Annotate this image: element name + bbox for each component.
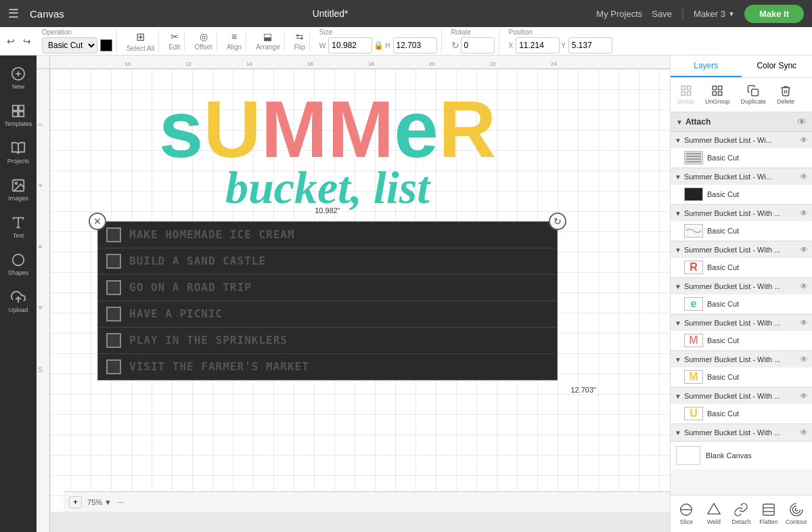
layer-group-arrow-6: ▼ [675, 356, 681, 363]
layer-group-header-7[interactable]: ▼ Summer Bucket List - With ... 👁 [671, 388, 812, 404]
layer-thumb-3: R [684, 261, 703, 274]
attach-section: ▼ Attach 👁 [671, 112, 812, 132]
checkbox-4[interactable] [106, 333, 121, 348]
delete-button[interactable]: Delete [773, 82, 798, 108]
canvas-content[interactable]: s U MM e R bucket, list ✕ [50, 69, 670, 512]
checkbox-0[interactable] [106, 227, 121, 242]
layer-group-header-8[interactable]: ▼ Summer Bucket List - With ... 👁 [671, 424, 812, 441]
svg-rect-4 [19, 106, 24, 110]
layer-group-title-0: Summer Bucket List - Wi... [684, 136, 797, 144]
redo-button[interactable]: ↪ [22, 35, 32, 48]
layer-group-5: ▼ Summer Bucket List - With ... 👁 M Basi… [671, 315, 812, 351]
svg-rect-20 [719, 92, 722, 95]
layer-group-title-2: Summer Bucket List - With ... [684, 209, 797, 217]
layer-group-eye-5[interactable]: 👁 [800, 318, 808, 328]
sidebar-item-new[interactable]: New [0, 61, 37, 95]
undo-button[interactable]: ↩ [5, 35, 16, 48]
zoom-minus-button[interactable]: + [69, 496, 82, 508]
height-input[interactable] [393, 37, 437, 53]
layer-name-5: Basic Cut [707, 336, 807, 345]
layer-group-arrow-7: ▼ [675, 393, 681, 400]
width-dimension-label: 10.982" [313, 206, 342, 215]
layer-group-7: ▼ Summer Bucket List - With ... 👁 U Basi… [671, 388, 812, 424]
sidebar-item-shapes[interactable]: Shapes [0, 247, 37, 282]
layer-group-eye-1[interactable]: 👁 [800, 172, 808, 181]
flatten-button[interactable]: Flatten [756, 498, 782, 529]
layer-group-eye-6[interactable]: 👁 [800, 355, 808, 364]
layer-group-eye-2[interactable]: 👁 [800, 208, 808, 218]
layer-group-eye-3[interactable]: 👁 [800, 245, 808, 254]
save-button[interactable]: Save [652, 9, 672, 19]
width-input[interactable] [328, 37, 372, 53]
canvas-area[interactable]: 10 12 14 16 18 20 22 24 2 4 6 8 10 [37, 56, 670, 532]
sidebar-item-images[interactable]: Images [0, 173, 37, 207]
make-it-button[interactable]: Make It [744, 5, 804, 23]
layer-group-title-5: Summer Bucket List - With ... [684, 319, 797, 327]
machine-chevron-icon: ▼ [728, 10, 735, 18]
rotate-input[interactable] [461, 37, 495, 53]
layer-group-eye-7[interactable]: 👁 [800, 391, 808, 401]
layer-group-6: ▼ Summer Bucket List - With ... 👁 M Basi… [671, 351, 812, 388]
checkbox-1[interactable] [106, 254, 121, 269]
app-title: Canvas [30, 8, 64, 20]
duplicate-button[interactable]: Duplicate [737, 82, 771, 108]
machine-select[interactable]: Maker 3 ▼ [694, 9, 735, 19]
layer-group-header-3[interactable]: ▼ Summer Bucket List - With ... 👁 [671, 242, 812, 258]
selection-container: ✕ ↻ 10.982" Make Homemade Ice Cre [97, 221, 558, 380]
layer-group-title-6: Summer Bucket List - With ... [684, 355, 797, 363]
layer-group-header-1[interactable]: ▼ Summer Bucket List - Wi... 👁 [671, 169, 812, 185]
layer-group-arrow-0: ▼ [675, 137, 681, 144]
layer-thumb-4: e [684, 297, 703, 311]
tab-color-sync[interactable]: Color Sync [742, 56, 813, 77]
tab-layers[interactable]: Layers [671, 56, 742, 77]
rotate-handle[interactable]: ↻ [549, 213, 566, 230]
x-input[interactable] [516, 37, 560, 53]
y-label: Y [561, 42, 566, 49]
panel-actions: Group UnGroup Duplicate Delete [671, 78, 812, 112]
detach-button[interactable]: Detach [728, 498, 754, 529]
sidebar-item-text[interactable]: Text [0, 210, 37, 244]
menu-icon[interactable]: ☰ [8, 6, 19, 21]
weld-button[interactable]: Weld [701, 498, 727, 529]
layer-group-header-5[interactable]: ▼ Summer Bucket List - With ... 👁 [671, 315, 812, 331]
close-handle[interactable]: ✕ [89, 213, 106, 230]
layer-group-eye-0[interactable]: 👁 [800, 135, 808, 145]
contour-button[interactable]: Contour [783, 498, 809, 529]
rotate-label: Rotate [451, 28, 495, 36]
checkbox-5[interactable] [106, 359, 121, 374]
sidebar-item-upload[interactable]: Upload [0, 284, 37, 319]
sidebar-item-templates[interactable]: Templates [0, 98, 37, 133]
operation-color[interactable] [100, 39, 112, 51]
group-button[interactable]: Group [673, 82, 698, 108]
layer-group-4: ▼ Summer Bucket List - With ... 👁 e Basi… [671, 278, 812, 315]
offset-icon: ◎ [200, 31, 208, 42]
layer-group-header-2[interactable]: ▼ Summer Bucket List - With ... 👁 [671, 205, 812, 221]
ungroup-button[interactable]: UnGroup [701, 82, 734, 108]
checklist-text-4: Play in the Sprinklers [129, 334, 288, 347]
layer-group-header-0[interactable]: ▼ Summer Bucket List - Wi... 👁 [671, 132, 812, 148]
slice-button[interactable]: Slice [673, 498, 700, 529]
y-input[interactable] [568, 37, 612, 53]
svg-rect-16 [687, 92, 690, 95]
attach-eye-icon[interactable]: 👁 [797, 116, 807, 127]
my-projects-button[interactable]: My Projects [596, 9, 642, 19]
layer-group-title-8: Summer Bucket List - With ... [684, 428, 797, 437]
checkbox-2[interactable] [106, 280, 121, 295]
main-layout: New Templates Projects Images Text Shape… [0, 56, 812, 532]
position-label: Position [509, 28, 612, 36]
design-canvas[interactable]: s U MM e R bucket, list ✕ [97, 89, 558, 512]
sidebar-item-projects[interactable]: Projects [0, 135, 37, 170]
operation-select[interactable]: Basic Cut [42, 37, 97, 53]
svg-rect-18 [719, 86, 722, 89]
layer-group-header-4[interactable]: ▼ Summer Bucket List - With ... 👁 [671, 278, 812, 294]
checklist-item-1: Build a Sand Castle [98, 248, 557, 275]
checkbox-3[interactable] [106, 307, 121, 322]
ruler-corner [37, 56, 50, 69]
layer-item-7: U Basic Cut [671, 404, 812, 424]
layer-thumb-1 [684, 187, 703, 201]
layer-group-eye-8[interactable]: 👁 [800, 428, 808, 437]
layer-group-eye-4[interactable]: 👁 [800, 282, 808, 291]
layer-group-header-6[interactable]: ▼ Summer Bucket List - With ... 👁 [671, 351, 812, 368]
layer-item-5: M Basic Cut [671, 331, 812, 351]
zoom-level: 75% ▼ [87, 498, 112, 506]
